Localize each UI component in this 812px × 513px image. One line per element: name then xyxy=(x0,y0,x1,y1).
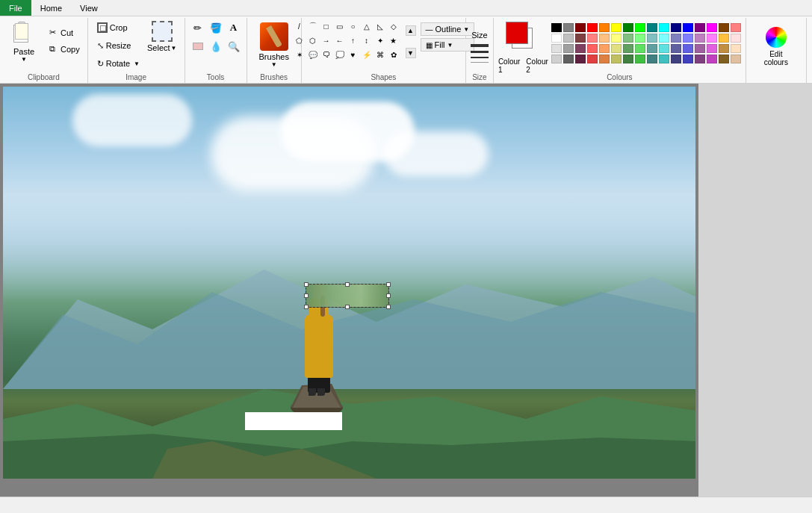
color-swatch-1-7[interactable] xyxy=(623,23,633,32)
color-swatch-3-1[interactable] xyxy=(551,44,562,53)
shape-star6[interactable]: ✶ xyxy=(293,48,306,61)
rotate-dropdown-icon[interactable]: ▼ xyxy=(134,60,140,67)
shape-callout-oval[interactable]: 🗨 xyxy=(320,48,333,61)
shape-heart[interactable]: ♥ xyxy=(347,48,360,61)
color-swatch-2-16[interactable] xyxy=(731,34,741,43)
shape-rounded-rect[interactable]: ▭ xyxy=(333,19,347,33)
brushes-dropdown-icon[interactable]: ▼ xyxy=(271,61,277,68)
color-swatch-2-2[interactable] xyxy=(563,34,574,43)
color-swatch-4-6[interactable] xyxy=(611,55,622,63)
shape-misc1[interactable]: ⌘ xyxy=(374,48,387,61)
color-swatch-4-9[interactable] xyxy=(647,55,657,63)
crop-button[interactable]: Crop xyxy=(93,19,144,36)
color-swatch-2-10[interactable] xyxy=(659,34,669,43)
color-swatch-1-11[interactable] xyxy=(671,23,681,32)
color-swatch-3-10[interactable] xyxy=(659,44,669,53)
color-swatch-3-7[interactable] xyxy=(623,44,633,53)
color-swatch-2-9[interactable] xyxy=(647,34,657,43)
handle-bm[interactable] xyxy=(345,305,350,309)
color-swatch-1-5[interactable] xyxy=(599,23,610,32)
canvas[interactable] xyxy=(3,87,695,479)
color-swatch-3-5[interactable] xyxy=(599,44,610,53)
handle-br[interactable] xyxy=(386,305,391,309)
color-swatch-4-4[interactable] xyxy=(587,55,598,63)
shape-ellipse[interactable]: ○ xyxy=(347,19,360,33)
eraser-button[interactable] xyxy=(190,38,206,55)
color-swatch-3-16[interactable] xyxy=(731,44,741,53)
color-swatch-1-8[interactable] xyxy=(635,23,645,32)
color-swatch-1-14[interactable] xyxy=(707,23,717,32)
selection-box[interactable] xyxy=(306,284,389,308)
pencil-button[interactable]: ✏ xyxy=(190,19,206,36)
copy-button[interactable]: ⧉ Copy xyxy=(43,41,83,57)
color-swatch-4-14[interactable] xyxy=(707,55,717,63)
color-swatch-1-16[interactable] xyxy=(731,23,741,32)
color-swatch-2-14[interactable] xyxy=(707,34,717,43)
handle-bl[interactable] xyxy=(304,305,309,309)
handle-tr[interactable] xyxy=(386,282,391,287)
select-dropdown-icon[interactable]: ▼ xyxy=(171,45,177,52)
paste-button[interactable]: Paste ▼ xyxy=(4,19,43,66)
handle-tl[interactable] xyxy=(304,282,309,287)
color-swatch-2-11[interactable] xyxy=(671,34,681,43)
size-line-3[interactable] xyxy=(471,57,489,58)
shape-line[interactable]: / xyxy=(293,19,306,33)
color-swatch-2-6[interactable] xyxy=(611,34,622,43)
handle-mr[interactable] xyxy=(386,293,391,298)
color-swatch-3-3[interactable] xyxy=(575,44,586,53)
shape-pentagon[interactable]: ⬠ xyxy=(293,34,306,47)
color-swatch-4-3[interactable] xyxy=(575,55,586,63)
size-line-4[interactable] xyxy=(471,62,489,63)
handle-tm[interactable] xyxy=(345,282,350,287)
brushes-button[interactable]: Brushes ▼ xyxy=(252,19,297,71)
size-line-2[interactable] xyxy=(471,51,489,53)
color-swatch-2-5[interactable] xyxy=(599,34,610,43)
color-swatch-4-5[interactable] xyxy=(599,55,610,63)
text-button[interactable]: A xyxy=(226,19,242,36)
resize-button[interactable]: ⤡ Resize xyxy=(93,37,144,54)
size-line-1[interactable] xyxy=(471,44,489,47)
shape-arrow-up[interactable]: ↑ xyxy=(347,34,360,47)
color-swatch-1-6[interactable] xyxy=(611,23,622,32)
color-swatch-4-12[interactable] xyxy=(683,55,693,63)
shape-arrow-left[interactable]: ← xyxy=(333,34,347,47)
color-swatch-3-2[interactable] xyxy=(563,44,574,53)
color-swatch-3-14[interactable] xyxy=(707,44,717,53)
paste-dropdown-icon[interactable]: ▼ xyxy=(21,56,27,63)
shape-diamond[interactable]: ◇ xyxy=(387,19,400,33)
fill-button[interactable]: 🪣 xyxy=(208,19,224,36)
shape-star5[interactable]: ★ xyxy=(387,34,400,47)
color-swatch-1-10[interactable] xyxy=(659,23,669,32)
handle-ml[interactable] xyxy=(304,293,309,298)
color-swatch-3-15[interactable] xyxy=(719,44,729,53)
fill-dropdown-icon[interactable]: ▼ xyxy=(447,42,453,49)
color-swatch-2-12[interactable] xyxy=(683,34,693,43)
color-swatch-2-1[interactable] xyxy=(551,34,562,43)
color-swatch-4-7[interactable] xyxy=(623,55,633,63)
color-swatch-1-4[interactable] xyxy=(587,23,598,32)
color-swatch-4-8[interactable] xyxy=(635,55,645,63)
color-swatch-1-12[interactable] xyxy=(683,23,693,32)
color-swatch-4-11[interactable] xyxy=(671,55,681,63)
color-swatch-2-4[interactable] xyxy=(587,34,598,43)
shape-right-triangle[interactable]: ◺ xyxy=(374,19,387,33)
color-swatch-1-1[interactable] xyxy=(551,23,562,32)
color-swatch-4-1[interactable] xyxy=(551,55,562,63)
rotate-button[interactable]: ↻ Rotate ▼ xyxy=(93,55,144,72)
color-swatch-4-2[interactable] xyxy=(563,55,574,63)
color-swatch-2-15[interactable] xyxy=(719,34,729,43)
color-swatch-3-4[interactable] xyxy=(587,44,598,53)
shape-curve[interactable]: ⌒ xyxy=(306,19,320,33)
shape-callout-cloud[interactable]: 💭 xyxy=(333,48,347,61)
shape-arrow-4way[interactable]: ↕ xyxy=(360,34,374,47)
menu-home[interactable]: Home xyxy=(31,0,71,16)
color-swatch-1-13[interactable] xyxy=(695,23,705,32)
shapes-scroll-up[interactable]: ▲ xyxy=(406,25,416,36)
shape-triangle[interactable]: △ xyxy=(360,19,374,33)
edit-colors-button[interactable]: Edit colours xyxy=(751,24,802,69)
color-picker-button[interactable]: 💧 xyxy=(208,38,224,55)
shape-star4[interactable]: ✦ xyxy=(374,34,387,47)
color-swatch-1-3[interactable] xyxy=(575,23,586,32)
color-swatch-2-13[interactable] xyxy=(695,34,705,43)
shape-rect[interactable]: □ xyxy=(320,19,333,33)
